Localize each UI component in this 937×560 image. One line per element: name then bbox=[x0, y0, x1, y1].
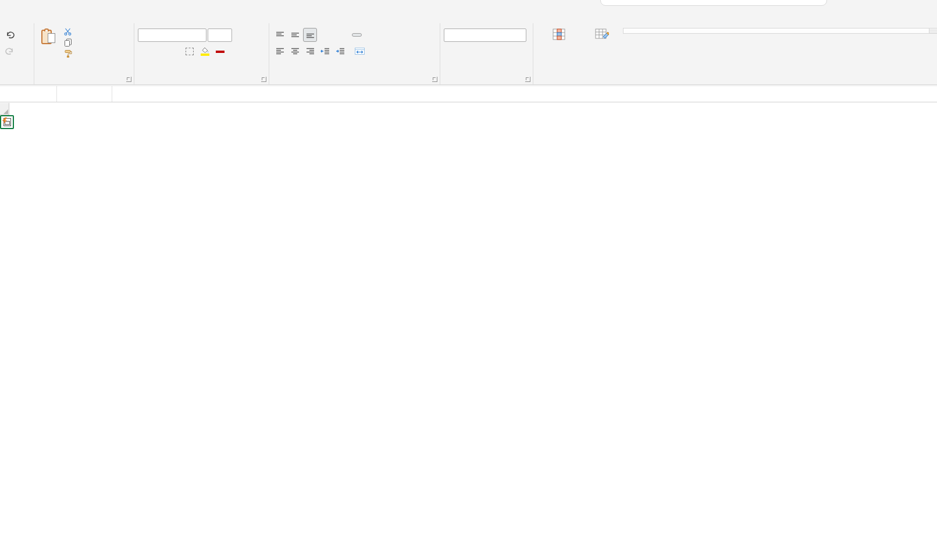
format-painter-button[interactable] bbox=[61, 48, 80, 59]
cut-button[interactable] bbox=[61, 27, 80, 37]
increase-indent-icon bbox=[336, 48, 345, 55]
borders-icon bbox=[186, 48, 194, 55]
conditional-formatting-button[interactable] bbox=[537, 27, 581, 45]
copy-icon bbox=[64, 38, 72, 47]
enter-button[interactable] bbox=[80, 86, 96, 102]
font-dialog-launcher[interactable] bbox=[261, 77, 266, 82]
top-align-button[interactable] bbox=[273, 28, 287, 42]
paste-icon bbox=[41, 28, 55, 45]
decrease-font-size-button[interactable] bbox=[248, 28, 262, 42]
middle-align-icon bbox=[291, 31, 300, 38]
merge-center-icon bbox=[355, 48, 365, 55]
align-left-icon bbox=[276, 48, 284, 55]
font-color-button[interactable] bbox=[213, 44, 227, 58]
align-right-button[interactable] bbox=[303, 44, 317, 58]
bold-button[interactable] bbox=[138, 44, 152, 58]
format-as-table-icon bbox=[595, 28, 609, 40]
conditional-formatting-icon bbox=[553, 28, 565, 40]
formula-bar-handle[interactable] bbox=[56, 86, 65, 102]
font-name-combo[interactable] bbox=[138, 28, 206, 42]
fill-color-icon bbox=[201, 47, 209, 56]
fill-color-swatch bbox=[201, 53, 209, 56]
ribbon-group-alignment bbox=[269, 23, 440, 84]
alignment-dialog-launcher[interactable] bbox=[432, 77, 437, 82]
borders-button[interactable] bbox=[183, 44, 197, 58]
ribbon-group-undo bbox=[0, 23, 34, 84]
redo-icon bbox=[5, 47, 15, 55]
comma-style-button[interactable] bbox=[474, 44, 488, 58]
italic-button[interactable] bbox=[153, 44, 167, 58]
formula-input[interactable] bbox=[112, 86, 937, 102]
increase-font-size-button[interactable] bbox=[233, 28, 247, 42]
percent-style-button[interactable] bbox=[459, 44, 473, 58]
select-all-button[interactable] bbox=[0, 103, 9, 115]
cut-icon bbox=[64, 28, 72, 35]
align-center-button[interactable] bbox=[288, 44, 302, 58]
copy-button[interactable] bbox=[61, 37, 80, 48]
gallery-more-button[interactable] bbox=[929, 31, 937, 33]
decrease-decimal-button[interactable] bbox=[504, 44, 518, 58]
insert-function-button[interactable] bbox=[96, 86, 112, 102]
fill-color-button[interactable] bbox=[198, 44, 212, 58]
excel-window bbox=[0, 0, 937, 560]
styles-gallery bbox=[623, 28, 929, 34]
increase-decimal-button[interactable] bbox=[489, 44, 503, 58]
paste-options-button[interactable] bbox=[0, 115, 14, 129]
accounting-format-button[interactable] bbox=[444, 44, 458, 58]
align-left-button[interactable] bbox=[273, 44, 287, 58]
font-size-combo[interactable] bbox=[208, 28, 232, 42]
decrease-indent-button[interactable] bbox=[318, 44, 332, 58]
format-painter-icon bbox=[64, 49, 72, 58]
align-right-icon bbox=[306, 48, 315, 55]
align-center-icon bbox=[291, 48, 300, 55]
bottom-align-icon bbox=[306, 31, 315, 38]
undo-icon bbox=[5, 31, 15, 39]
formula-bar bbox=[0, 85, 937, 102]
column-header-row bbox=[0, 103, 937, 115]
format-as-table-button[interactable] bbox=[583, 27, 621, 45]
top-align-icon bbox=[276, 31, 284, 38]
increase-indent-button[interactable] bbox=[333, 44, 347, 58]
wrap-text-button[interactable] bbox=[352, 33, 362, 37]
ribbon-group-font bbox=[134, 23, 269, 84]
decrease-indent-icon bbox=[320, 48, 330, 55]
font-color-swatch bbox=[216, 51, 225, 53]
sheet-grid bbox=[0, 103, 937, 560]
ribbon bbox=[0, 23, 937, 85]
paste-button[interactable] bbox=[38, 27, 59, 59]
name-box[interactable] bbox=[0, 86, 56, 102]
number-dialog-launcher[interactable] bbox=[525, 77, 530, 82]
ribbon-group-number bbox=[440, 23, 533, 84]
underline-button[interactable] bbox=[168, 44, 182, 58]
cancel-button[interactable] bbox=[65, 86, 80, 102]
ribbon-group-clipboard bbox=[34, 23, 134, 84]
bottom-align-button[interactable] bbox=[303, 28, 317, 42]
merge-center-button[interactable] bbox=[352, 47, 372, 56]
font-color-icon bbox=[216, 50, 225, 53]
styles-gallery-scrollbar bbox=[929, 28, 937, 34]
number-format-combo[interactable] bbox=[444, 28, 526, 42]
search-box[interactable] bbox=[600, 0, 827, 6]
middle-align-button[interactable] bbox=[288, 28, 302, 42]
ribbon-group-styles bbox=[533, 23, 937, 84]
undo-button[interactable] bbox=[3, 28, 17, 42]
orientation-button[interactable] bbox=[318, 28, 332, 42]
ribbon-tab-bar bbox=[0, 0, 937, 23]
redo-button[interactable] bbox=[3, 44, 17, 58]
clipboard-dialog-launcher[interactable] bbox=[126, 77, 131, 82]
